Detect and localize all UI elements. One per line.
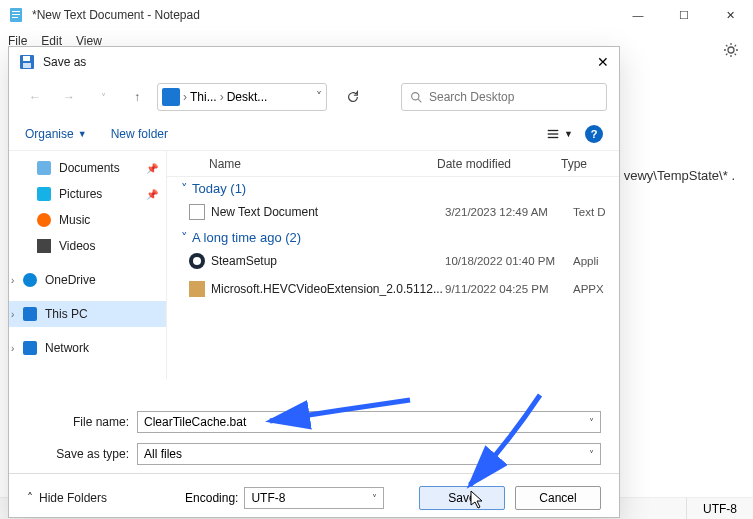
- group-today[interactable]: ˅Today (1): [167, 177, 619, 198]
- dialog-title-bar: Save as ✕: [9, 47, 619, 77]
- savetype-row: Save as type: All files ˅: [9, 435, 619, 467]
- notepad-title-bar: *New Text Document - Notepad — ☐ ✕: [0, 0, 753, 30]
- notepad-title-text: *New Text Document - Notepad: [32, 8, 200, 22]
- save-as-dialog: Save as ✕ ← → ˅ ↑ › Thi... › Deskt... ˅ …: [8, 46, 620, 518]
- back-button[interactable]: ←: [21, 83, 49, 111]
- breadcrumb-1[interactable]: Thi...: [190, 90, 217, 104]
- breadcrumb-2[interactable]: Deskt...: [227, 90, 268, 104]
- up-button[interactable]: ↑: [123, 83, 151, 111]
- chevron-right-icon[interactable]: ›: [11, 343, 14, 354]
- svg-rect-3: [12, 17, 18, 18]
- pin-icon: 📌: [146, 189, 158, 200]
- hide-folders-button[interactable]: ˄ Hide Folders: [27, 491, 107, 505]
- chevron-right-icon[interactable]: ›: [11, 275, 14, 286]
- svg-line-9: [418, 99, 421, 102]
- nav-row: ← → ˅ ↑ › Thi... › Deskt... ˅: [9, 77, 619, 117]
- pc-icon: [162, 88, 180, 106]
- documents-icon: [37, 161, 51, 175]
- sidebar-item-network[interactable]: ›Network: [9, 335, 166, 361]
- chevron-right-icon: ›: [220, 90, 224, 104]
- col-date[interactable]: Date modified: [437, 157, 561, 171]
- breadcrumb-dropdown-icon[interactable]: ˅: [316, 90, 322, 104]
- svg-point-8: [412, 92, 419, 99]
- cancel-button[interactable]: Cancel: [515, 486, 601, 510]
- settings-icon[interactable]: [723, 42, 739, 58]
- minimize-button[interactable]: —: [615, 0, 661, 30]
- sidebar-item-onedrive[interactable]: ›OneDrive: [9, 267, 166, 293]
- refresh-button[interactable]: [339, 83, 367, 111]
- sidebar: Documents📌 Pictures📌 Music Videos ›OneDr…: [9, 151, 167, 379]
- file-row[interactable]: SteamSetup 10/18/2022 01:40 PM Appli: [167, 247, 619, 275]
- svg-rect-1: [12, 11, 20, 12]
- filename-row: File name: ˅: [9, 403, 619, 435]
- column-headers[interactable]: Name Date modified Type: [167, 151, 619, 177]
- savetype-select[interactable]: All files ˅: [137, 443, 601, 465]
- sidebar-item-documents[interactable]: Documents📌: [9, 155, 166, 181]
- network-icon: [23, 341, 37, 355]
- chevron-down-icon[interactable]: ˅: [372, 493, 377, 504]
- savetype-label: Save as type:: [27, 447, 129, 461]
- save-icon: [19, 54, 35, 70]
- pin-icon: 📌: [146, 163, 158, 174]
- close-button[interactable]: ✕: [707, 0, 753, 30]
- recent-dropdown[interactable]: ˅: [89, 83, 117, 111]
- chevron-down-icon: ˅: [181, 181, 188, 196]
- chevron-up-icon: ˄: [27, 491, 33, 505]
- filename-field[interactable]: [144, 415, 589, 429]
- help-button[interactable]: ?: [585, 125, 603, 143]
- encoding-value: UTF-8: [251, 491, 372, 505]
- savetype-value: All files: [144, 447, 589, 461]
- music-icon: [37, 213, 51, 227]
- chevron-right-icon: ›: [183, 90, 187, 104]
- col-name[interactable]: Name: [209, 157, 437, 171]
- sidebar-item-music[interactable]: Music: [9, 207, 166, 233]
- chevron-down-icon[interactable]: ˅: [589, 417, 594, 428]
- search-icon: [410, 91, 423, 104]
- filename-input[interactable]: ˅: [137, 411, 601, 433]
- chevron-down-icon: ˅: [181, 230, 188, 245]
- chevron-down-icon[interactable]: ˅: [589, 449, 594, 460]
- file-list: Name Date modified Type ˅Today (1) New T…: [167, 151, 619, 379]
- onedrive-icon: [23, 273, 37, 287]
- group-longago[interactable]: ˅A long time ago (2): [167, 226, 619, 247]
- svg-rect-2: [12, 14, 20, 15]
- filename-label: File name:: [27, 415, 129, 429]
- svg-point-4: [728, 47, 734, 53]
- chevron-right-icon[interactable]: ›: [11, 309, 14, 320]
- new-folder-button[interactable]: New folder: [111, 127, 168, 141]
- search-box[interactable]: [401, 83, 607, 111]
- breadcrumb[interactable]: › Thi... › Deskt... ˅: [157, 83, 327, 111]
- pictures-icon: [37, 187, 51, 201]
- encoding-select[interactable]: UTF-8 ˅: [244, 487, 384, 509]
- save-button[interactable]: Save: [419, 486, 505, 510]
- view-button[interactable]: ▼: [546, 127, 573, 141]
- status-encoding: UTF-8: [686, 498, 753, 519]
- dialog-close-button[interactable]: ✕: [593, 52, 613, 72]
- encoding-label: Encoding:: [185, 491, 238, 505]
- pc-icon: [23, 307, 37, 321]
- organise-button[interactable]: Organise▼: [25, 127, 87, 141]
- svg-rect-6: [23, 56, 30, 61]
- dialog-footer: ˄ Hide Folders Encoding: UTF-8 ˅ Save Ca…: [9, 473, 619, 519]
- steam-icon: [189, 253, 205, 269]
- dialog-title: Save as: [43, 55, 86, 69]
- file-row[interactable]: Microsoft.HEVCVideoExtension_2.0.5112...…: [167, 275, 619, 303]
- appx-icon: [189, 281, 205, 297]
- sidebar-item-pictures[interactable]: Pictures📌: [9, 181, 166, 207]
- text-file-icon: [189, 204, 205, 220]
- file-row[interactable]: New Text Document 3/21/2023 12:49 AM Tex…: [167, 198, 619, 226]
- videos-icon: [37, 239, 51, 253]
- sidebar-item-this-pc[interactable]: ›This PC: [9, 301, 166, 327]
- maximize-button[interactable]: ☐: [661, 0, 707, 30]
- command-row: Organise▼ New folder ▼ ?: [9, 117, 619, 151]
- notepad-body-text: vewy\TempState\* .: [624, 168, 735, 183]
- svg-rect-7: [23, 63, 31, 68]
- search-input[interactable]: [429, 90, 598, 104]
- col-type[interactable]: Type: [561, 157, 619, 171]
- sidebar-item-videos[interactable]: Videos: [9, 233, 166, 259]
- notepad-icon: [8, 7, 24, 23]
- forward-button[interactable]: →: [55, 83, 83, 111]
